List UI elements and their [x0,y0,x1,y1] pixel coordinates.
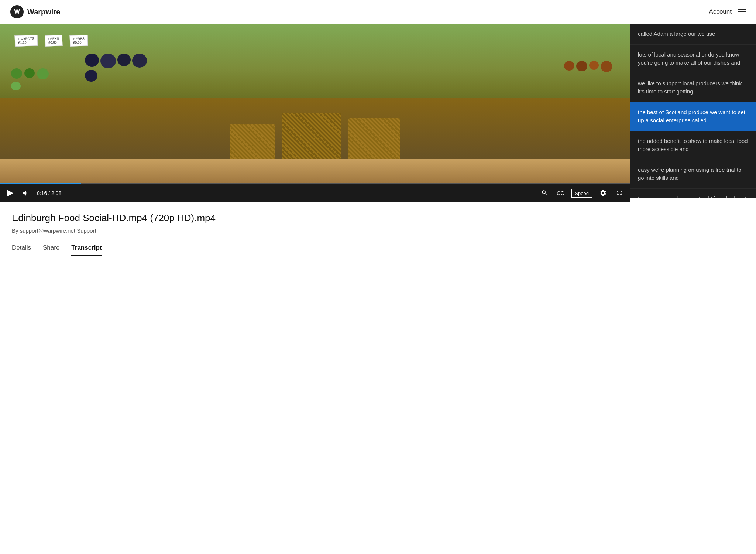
progress-bar-fill [0,183,81,184]
veg-item [37,68,49,79]
veg-item [11,68,22,79]
dark-veg [117,54,131,66]
progress-bar-background[interactable] [0,183,630,184]
account-link[interactable]: Account [709,8,732,16]
play-icon [7,190,13,196]
price-sign-3: HERBS£0.60 [70,35,88,47]
search-icon [541,189,548,196]
tab-details[interactable]: Details [12,244,31,256]
progress-container[interactable] [0,183,630,184]
price-sign-2: LEEKS£0.80 [45,35,63,47]
main-content: CARROTS£1.20 LEEKS£0.80 HERBS£0.60 [0,24,756,264]
wooden-table [0,159,630,183]
basket-area [0,113,630,161]
tabs-wrapper: Details Share Transcript [12,244,619,256]
volume-button[interactable] [21,188,31,198]
video-controls: 0:16 / 2:08 CC Speed [0,184,630,202]
video-author: By support@warpwire.net Support [12,228,619,234]
tabs-bar: Details Share Transcript [12,244,619,256]
price-sign-1: CARROTS£1.20 [14,35,38,47]
brown-veg [576,61,587,71]
transcript-item[interactable]: to cease to be able to get right into th… [630,189,756,198]
transcript-item[interactable]: the added benefit to show to make local … [630,131,756,160]
veg-item [24,68,35,78]
video-area: CARROTS£1.20 LEEKS£0.80 HERBS£0.60 [0,24,630,264]
time-display: 0:16 / 2:08 [37,190,61,196]
transcript-item[interactable]: lots of local and seasonal or do you kno… [630,45,756,73]
dark-veg [85,70,97,82]
transcript-item[interactable]: called Adam a large our we use [630,24,756,45]
transcript-item[interactable]: we like to support local producers we th… [630,73,756,102]
brand-name: Warpwire [27,8,60,16]
video-thumbnail: CARROTS£1.20 LEEKS£0.80 HERBS£0.60 [0,24,630,183]
dark-veg [85,54,99,67]
dark-veg [100,54,116,68]
fullscreen-button[interactable] [614,188,625,198]
brown-veg [589,61,599,70]
basket-left [230,124,275,161]
settings-icon [599,189,607,196]
volume-icon [22,189,30,197]
basket-right [348,118,400,161]
tab-transcript[interactable]: Transcript [71,244,102,256]
header-right: Account [709,8,746,16]
search-button[interactable] [540,189,549,198]
fullscreen-icon [616,189,623,196]
price-signs: CARROTS£1.20 LEEKS£0.80 HERBS£0.60 [15,35,88,46]
brown-veg [564,61,574,71]
video-container[interactable]: CARROTS£1.20 LEEKS£0.80 HERBS£0.60 [0,24,630,202]
speed-button[interactable]: Speed [571,189,592,198]
veg-item [11,82,21,90]
video-scene: CARROTS£1.20 LEEKS£0.80 HERBS£0.60 [0,24,630,183]
app-header: W Warpwire Account [0,0,756,24]
cc-button[interactable]: CC [555,189,566,197]
settings-button[interactable] [598,188,608,198]
dark-veg [132,54,147,68]
transcript-item[interactable]: the best of Scotland produce we want to … [630,102,756,131]
basket-center [282,113,341,161]
transcript-item[interactable]: easy we're planning on using a free tria… [630,160,756,189]
brown-veg [601,61,612,72]
hamburger-menu[interactable] [738,9,746,14]
logo-area: W Warpwire [10,5,60,18]
logo-icon: W [10,5,24,18]
transcript-panel[interactable]: called Adam a large our we uselots of lo… [630,24,756,198]
video-info: Edinburgh Food Social-HD.mp4 (720p HD).m… [0,202,630,264]
tab-share[interactable]: Share [43,244,59,256]
play-button[interactable] [6,188,15,198]
video-title: Edinburgh Food Social-HD.mp4 (720p HD).m… [12,212,619,224]
